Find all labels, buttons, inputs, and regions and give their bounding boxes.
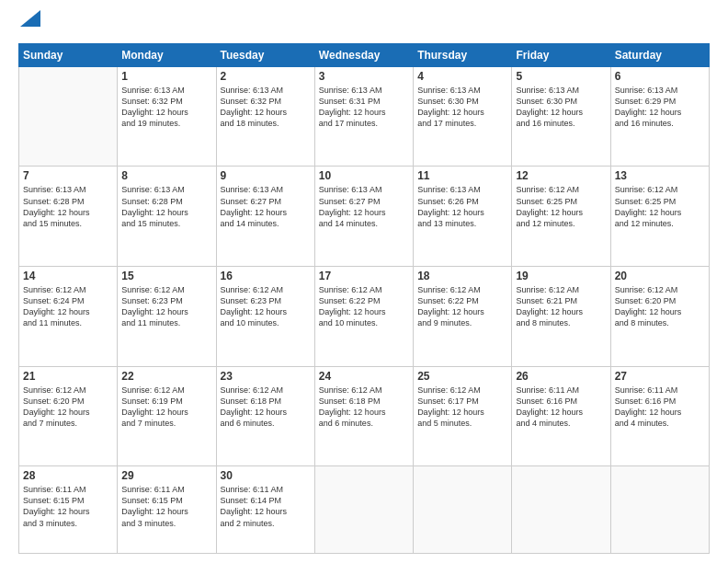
day-info: Sunrise: 6:11 AM Sunset: 6:14 PM Dayligh… xyxy=(221,484,311,529)
day-info: Sunrise: 6:11 AM Sunset: 6:16 PM Dayligh… xyxy=(516,385,606,430)
day-number: 29 xyxy=(121,469,211,482)
day-number: 8 xyxy=(121,169,211,182)
weekday-header-friday: Friday xyxy=(512,43,610,66)
calendar-cell xyxy=(610,466,709,554)
weekday-header-thursday: Thursday xyxy=(414,43,512,66)
svg-marker-0 xyxy=(20,10,40,27)
day-info: Sunrise: 6:11 AM Sunset: 6:15 PM Dayligh… xyxy=(121,484,211,529)
calendar-cell: 10Sunrise: 6:13 AM Sunset: 6:27 PM Dayli… xyxy=(314,167,413,267)
week-row-3: 14Sunrise: 6:12 AM Sunset: 6:24 PM Dayli… xyxy=(19,266,710,366)
day-info: Sunrise: 6:13 AM Sunset: 6:29 PM Dayligh… xyxy=(615,85,705,130)
day-info: Sunrise: 6:13 AM Sunset: 6:27 PM Dayligh… xyxy=(319,184,409,229)
calendar-cell xyxy=(19,66,118,167)
day-number: 27 xyxy=(615,370,705,383)
day-info: Sunrise: 6:13 AM Sunset: 6:30 PM Dayligh… xyxy=(417,85,507,130)
day-info: Sunrise: 6:12 AM Sunset: 6:19 PM Dayligh… xyxy=(121,385,211,430)
calendar-cell: 24Sunrise: 6:12 AM Sunset: 6:18 PM Dayli… xyxy=(314,366,413,466)
calendar-cell: 2Sunrise: 6:13 AM Sunset: 6:32 PM Daylig… xyxy=(216,66,314,167)
header xyxy=(18,14,710,32)
day-info: Sunrise: 6:12 AM Sunset: 6:20 PM Dayligh… xyxy=(615,284,705,329)
calendar-cell: 27Sunrise: 6:11 AM Sunset: 6:16 PM Dayli… xyxy=(610,366,709,466)
calendar-cell: 23Sunrise: 6:12 AM Sunset: 6:18 PM Dayli… xyxy=(216,366,314,466)
calendar-cell xyxy=(414,466,512,554)
day-number: 21 xyxy=(23,370,113,383)
day-info: Sunrise: 6:12 AM Sunset: 6:22 PM Dayligh… xyxy=(417,284,507,329)
day-info: Sunrise: 6:13 AM Sunset: 6:30 PM Dayligh… xyxy=(516,85,606,130)
day-number: 7 xyxy=(23,169,113,182)
day-number: 12 xyxy=(516,169,606,182)
day-info: Sunrise: 6:13 AM Sunset: 6:28 PM Dayligh… xyxy=(121,184,211,229)
day-number: 11 xyxy=(417,169,507,182)
weekday-header-sunday: Sunday xyxy=(19,43,118,66)
day-number: 20 xyxy=(615,270,705,282)
day-number: 26 xyxy=(516,370,606,383)
page: SundayMondayTuesdayWednesdayThursdayFrid… xyxy=(0,0,728,563)
day-number: 4 xyxy=(417,70,507,83)
calendar-cell: 9Sunrise: 6:13 AM Sunset: 6:27 PM Daylig… xyxy=(216,167,314,267)
calendar-cell: 17Sunrise: 6:12 AM Sunset: 6:22 PM Dayli… xyxy=(314,266,413,366)
day-number: 17 xyxy=(319,270,409,282)
calendar-cell: 12Sunrise: 6:12 AM Sunset: 6:25 PM Dayli… xyxy=(512,167,610,267)
calendar-cell: 28Sunrise: 6:11 AM Sunset: 6:15 PM Dayli… xyxy=(19,466,118,554)
day-number: 24 xyxy=(319,370,409,383)
day-info: Sunrise: 6:13 AM Sunset: 6:32 PM Dayligh… xyxy=(121,85,211,130)
day-info: Sunrise: 6:13 AM Sunset: 6:31 PM Dayligh… xyxy=(319,85,409,130)
day-info: Sunrise: 6:13 AM Sunset: 6:32 PM Dayligh… xyxy=(221,85,311,130)
weekday-header-wednesday: Wednesday xyxy=(314,43,413,66)
day-info: Sunrise: 6:12 AM Sunset: 6:23 PM Dayligh… xyxy=(221,284,311,329)
calendar-cell: 1Sunrise: 6:13 AM Sunset: 6:32 PM Daylig… xyxy=(118,66,216,167)
calendar-cell: 18Sunrise: 6:12 AM Sunset: 6:22 PM Dayli… xyxy=(414,266,512,366)
calendar-cell: 19Sunrise: 6:12 AM Sunset: 6:21 PM Dayli… xyxy=(512,266,610,366)
day-number: 30 xyxy=(221,469,311,482)
day-info: Sunrise: 6:12 AM Sunset: 6:18 PM Dayligh… xyxy=(221,385,311,430)
calendar-cell: 8Sunrise: 6:13 AM Sunset: 6:28 PM Daylig… xyxy=(118,167,216,267)
calendar-cell: 11Sunrise: 6:13 AM Sunset: 6:26 PM Dayli… xyxy=(414,167,512,267)
calendar-cell: 30Sunrise: 6:11 AM Sunset: 6:14 PM Dayli… xyxy=(216,466,314,554)
day-info: Sunrise: 6:12 AM Sunset: 6:18 PM Dayligh… xyxy=(319,385,409,430)
week-row-1: 1Sunrise: 6:13 AM Sunset: 6:32 PM Daylig… xyxy=(19,66,710,167)
calendar-cell: 5Sunrise: 6:13 AM Sunset: 6:30 PM Daylig… xyxy=(512,66,610,167)
calendar-cell xyxy=(314,466,413,554)
calendar-cell: 22Sunrise: 6:12 AM Sunset: 6:19 PM Dayli… xyxy=(118,366,216,466)
day-number: 23 xyxy=(221,370,311,383)
week-row-2: 7Sunrise: 6:13 AM Sunset: 6:28 PM Daylig… xyxy=(19,167,710,267)
day-number: 28 xyxy=(23,469,113,482)
calendar-cell: 20Sunrise: 6:12 AM Sunset: 6:20 PM Dayli… xyxy=(610,266,709,366)
day-number: 16 xyxy=(221,270,311,282)
day-number: 2 xyxy=(221,70,311,83)
day-number: 10 xyxy=(319,169,409,182)
day-info: Sunrise: 6:13 AM Sunset: 6:27 PM Dayligh… xyxy=(221,184,311,229)
calendar-cell: 29Sunrise: 6:11 AM Sunset: 6:15 PM Dayli… xyxy=(118,466,216,554)
week-row-4: 21Sunrise: 6:12 AM Sunset: 6:20 PM Dayli… xyxy=(19,366,710,466)
day-number: 13 xyxy=(615,169,705,182)
weekday-header-row: SundayMondayTuesdayWednesdayThursdayFrid… xyxy=(19,43,710,66)
day-info: Sunrise: 6:11 AM Sunset: 6:15 PM Dayligh… xyxy=(23,484,113,529)
day-number: 3 xyxy=(319,70,409,83)
day-info: Sunrise: 6:12 AM Sunset: 6:25 PM Dayligh… xyxy=(516,184,606,229)
calendar-cell: 25Sunrise: 6:12 AM Sunset: 6:17 PM Dayli… xyxy=(414,366,512,466)
calendar-cell: 14Sunrise: 6:12 AM Sunset: 6:24 PM Dayli… xyxy=(19,266,118,366)
day-number: 1 xyxy=(121,70,211,83)
calendar-cell: 3Sunrise: 6:13 AM Sunset: 6:31 PM Daylig… xyxy=(314,66,413,167)
calendar-table: SundayMondayTuesdayWednesdayThursdayFrid… xyxy=(18,43,710,554)
calendar-cell xyxy=(512,466,610,554)
day-info: Sunrise: 6:12 AM Sunset: 6:24 PM Dayligh… xyxy=(23,284,113,329)
day-info: Sunrise: 6:11 AM Sunset: 6:16 PM Dayligh… xyxy=(615,385,705,430)
logo xyxy=(18,14,40,32)
calendar-cell: 4Sunrise: 6:13 AM Sunset: 6:30 PM Daylig… xyxy=(414,66,512,167)
day-number: 5 xyxy=(516,70,606,83)
week-row-5: 28Sunrise: 6:11 AM Sunset: 6:15 PM Dayli… xyxy=(19,466,710,554)
day-info: Sunrise: 6:13 AM Sunset: 6:28 PM Dayligh… xyxy=(23,184,113,229)
day-number: 19 xyxy=(516,270,606,282)
day-info: Sunrise: 6:12 AM Sunset: 6:17 PM Dayligh… xyxy=(417,385,507,430)
day-info: Sunrise: 6:12 AM Sunset: 6:25 PM Dayligh… xyxy=(615,184,705,229)
calendar-cell: 16Sunrise: 6:12 AM Sunset: 6:23 PM Dayli… xyxy=(216,266,314,366)
calendar-cell: 26Sunrise: 6:11 AM Sunset: 6:16 PM Dayli… xyxy=(512,366,610,466)
day-number: 18 xyxy=(417,270,507,282)
weekday-header-saturday: Saturday xyxy=(610,43,709,66)
calendar-cell: 15Sunrise: 6:12 AM Sunset: 6:23 PM Dayli… xyxy=(118,266,216,366)
day-info: Sunrise: 6:12 AM Sunset: 6:20 PM Dayligh… xyxy=(23,385,113,430)
day-number: 22 xyxy=(121,370,211,383)
logo-icon xyxy=(20,10,40,27)
day-info: Sunrise: 6:12 AM Sunset: 6:22 PM Dayligh… xyxy=(319,284,409,329)
